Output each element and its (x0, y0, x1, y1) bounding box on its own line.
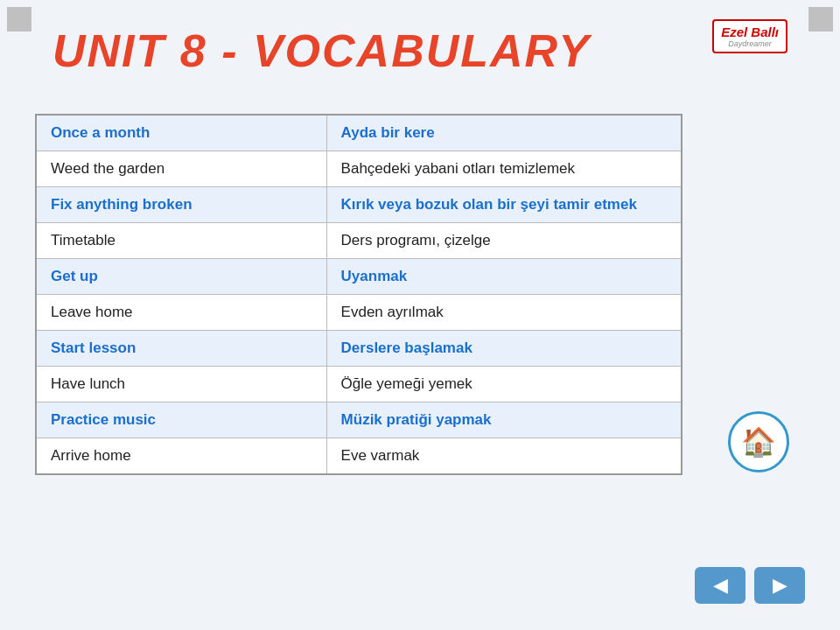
english-cell: Fix anything broken (36, 187, 326, 223)
english-cell: Have lunch (36, 367, 326, 402)
english-cell: Practice music (36, 402, 326, 438)
table-row: Fix anything brokenKırık veya bozuk olan… (36, 187, 682, 223)
forward-arrow-button[interactable]: ▶ (754, 567, 805, 604)
turkish-cell: Kırık veya bozuk olan bir şeyi tamir etm… (326, 187, 682, 223)
logo-name: Ezel Ballı (721, 24, 779, 39)
page-title: UNIT 8 - VOCABULARY (52, 24, 591, 77)
page-background: UNIT 8 - VOCABULARY Ezel Ballı Daydreame… (0, 0, 840, 630)
forward-arrow-icon: ▶ (773, 574, 788, 597)
table-row: Have lunchÖğle yemeği yemek (36, 367, 682, 402)
turkish-cell: Müzik pratiği yapmak (326, 402, 682, 438)
english-cell: Timetable (36, 223, 326, 259)
back-arrow-button[interactable]: ◀ (695, 567, 746, 604)
table-row: Arrive homeEve varmak (36, 438, 682, 475)
turkish-cell: Bahçedeki yabani otları temizlemek (326, 151, 682, 187)
table-row: Leave homeEvden ayrılmak (36, 295, 682, 331)
table-row: TimetableDers programı, çizelge (36, 223, 682, 259)
english-cell: Leave home (36, 295, 326, 331)
table-row: Once a monthAyda bir kere (36, 115, 682, 151)
turkish-cell: Uyanmak (326, 259, 682, 295)
table-row: Start lessonDerslere başlamak (36, 331, 682, 367)
corner-decoration-tl (7, 7, 32, 32)
table-row: Practice musicMüzik pratiği yapmak (36, 402, 682, 438)
home-button[interactable]: 🏠 (728, 411, 789, 472)
home-icon: 🏠 (741, 425, 776, 458)
turkish-cell: Derslere başlamak (326, 331, 682, 367)
vocabulary-table: Once a monthAyda bir kereWeed the garden… (35, 114, 682, 475)
logo-box: Ezel Ballı Daydreamer (712, 19, 788, 53)
english-cell: Weed the garden (36, 151, 326, 187)
corner-decoration-tr (808, 7, 833, 32)
turkish-cell: Öğle yemeği yemek (326, 367, 682, 402)
table-row: Get upUyanmak (36, 259, 682, 295)
english-cell: Once a month (36, 115, 326, 151)
english-cell: Arrive home (36, 438, 326, 475)
logo-subtitle: Daydreamer (721, 39, 779, 48)
english-cell: Get up (36, 259, 326, 295)
english-cell: Start lesson (36, 331, 326, 367)
turkish-cell: Evden ayrılmak (326, 295, 682, 331)
navigation-arrows: ◀ ▶ (695, 567, 805, 604)
table-row: Weed the gardenBahçedeki yabani otları t… (36, 151, 682, 187)
turkish-cell: Ayda bir kere (326, 115, 682, 151)
turkish-cell: Eve varmak (326, 438, 682, 475)
back-arrow-icon: ◀ (713, 574, 728, 597)
turkish-cell: Ders programı, çizelge (326, 223, 682, 259)
